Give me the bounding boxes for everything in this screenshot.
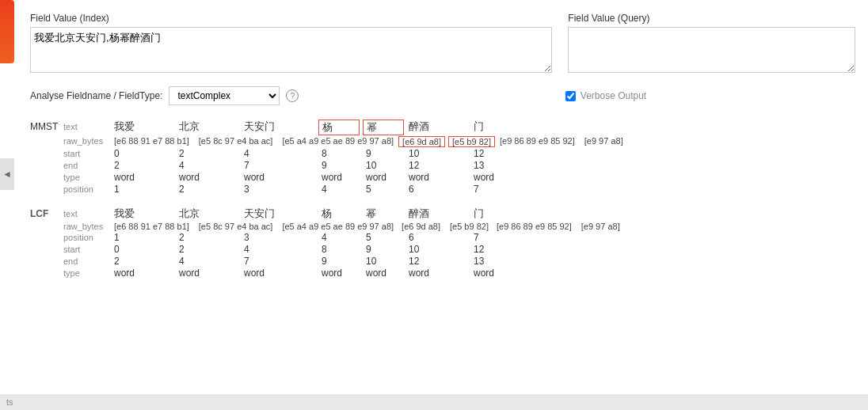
lcf-st-t6: 12 — [469, 244, 510, 255]
lcf-rawbytes-key: raw_bytes — [63, 222, 109, 231]
field-index-input[interactable]: 我爱北京天安门,杨幂醉酒门 — [30, 27, 552, 73]
mmst-e-t2: 7 — [239, 160, 318, 171]
mmst-p-t6: 7 — [469, 184, 510, 195]
mmst-end-key: end — [63, 161, 109, 170]
field-index-group: Field Value (Index) 我爱北京天安门,杨幂醉酒门 — [30, 13, 552, 75]
mmst-end-row: end 2 4 7 9 10 12 13 — [63, 160, 855, 171]
mmst-text-row: text 我爱 北京 天安门 杨 幂 醉酒 门 — [63, 120, 855, 135]
lcf-rb-t6: [e9 97 a8] — [577, 222, 625, 231]
lcf-position-row: position 1 2 3 4 5 6 7 — [63, 232, 855, 243]
mmst-position-key: position — [63, 184, 109, 194]
mmst-start-tokens: 0 2 4 8 9 10 12 — [109, 148, 510, 159]
field-query-input[interactable] — [568, 27, 855, 73]
mmst-s-t1: 2 — [174, 148, 239, 159]
lcf-position-key: position — [63, 233, 109, 242]
mmst-position-tokens: 1 2 3 4 5 6 7 — [109, 184, 510, 195]
lcf-st-t2: 4 — [239, 244, 318, 255]
lcf-fields: text 我爱 北京 天安门 杨 幂 醉酒 门 raw_bytes — [63, 207, 855, 279]
lcf-text-t1: 北京 — [174, 207, 239, 221]
bottom-bar-text: ts — [6, 397, 13, 407]
mmst-e-t4: 10 — [363, 160, 404, 171]
mmst-e-t6: 13 — [469, 160, 510, 171]
mmst-ty-t5: word — [404, 172, 469, 183]
mmst-ty-t3: word — [318, 172, 360, 183]
lcf-pos-t0: 1 — [109, 232, 174, 243]
lcf-ty-t4: word — [363, 268, 404, 279]
mmst-p-t0: 1 — [109, 184, 174, 195]
lcf-text-t0: 我爱 — [109, 207, 174, 221]
mmst-s-t5: 10 — [404, 148, 469, 159]
lcf-type-row: type word word word word word word word — [63, 268, 855, 279]
mmst-text-t1: 北京 — [174, 120, 239, 135]
lcf-text-key: text — [63, 209, 109, 218]
lcf-pos-t3: 4 — [318, 232, 360, 243]
analyse-select[interactable]: textComplex text keyword standard — [169, 86, 280, 105]
mmst-s-t3: 8 — [318, 148, 360, 159]
mmst-group: MMST text 我爱 北京 天安门 杨 幂 醉酒 门 — [30, 120, 855, 196]
mmst-s-t6: 12 — [469, 148, 510, 159]
lcf-rb-t1: [e5 8c 97 e4 ba ac] — [194, 222, 278, 231]
mmst-ty-t0: word — [109, 172, 174, 183]
mmst-text-t6: 门 — [469, 120, 510, 135]
lcf-pos-t5: 6 — [404, 232, 469, 243]
lcf-rb-t4: [e5 b9 82] — [447, 222, 492, 231]
verbose-checkbox[interactable] — [565, 91, 576, 101]
mmst-p-t5: 6 — [404, 184, 469, 195]
lcf-en-t5: 12 — [404, 256, 469, 267]
mmst-rb-t5: [e9 86 89 e9 85 92] — [495, 136, 580, 147]
mmst-fields: text 我爱 北京 天安门 杨 幂 醉酒 门 raw_bytes — [63, 120, 855, 196]
lcf-ty-t0: word — [109, 268, 174, 279]
lcf-text-t6: 门 — [469, 207, 510, 221]
lcf-st-t4: 9 — [363, 244, 404, 255]
mmst-rb-t2: [e5 a4 a9 e5 ae 89 e9 97 a8] — [277, 136, 398, 147]
mmst-rawbytes-key: raw_bytes — [63, 136, 109, 146]
lcf-st-t0: 0 — [109, 244, 174, 255]
mmst-rb-t0: [e6 88 91 e7 88 b1] — [109, 136, 194, 147]
mmst-start-row: start 0 2 4 8 9 10 12 — [63, 148, 855, 159]
mmst-p-t4: 5 — [363, 184, 404, 195]
lcf-group: LCF text 我爱 北京 天安门 杨 幂 醉酒 门 — [30, 207, 855, 279]
lcf-en-t6: 13 — [469, 256, 510, 267]
mmst-rb-t6: [e9 97 a8] — [580, 136, 628, 147]
lcf-rb-t5: [e9 86 89 e9 85 92] — [492, 222, 577, 231]
field-query-label: Field Value (Query) — [568, 13, 855, 24]
lcf-en-t4: 10 — [363, 256, 404, 267]
lcf-ty-t3: word — [318, 268, 360, 279]
lcf-st-t1: 2 — [174, 244, 239, 255]
mmst-e-t3: 9 — [318, 160, 360, 171]
analyse-row: Analyse Fieldname / FieldType: textCompl… — [30, 86, 855, 105]
mmst-text-key: text — [63, 122, 109, 131]
lcf-ty-t1: word — [174, 268, 239, 279]
mmst-rb-t4: [e5 b9 82] — [448, 136, 495, 147]
field-index-label: Field Value (Index) — [30, 13, 552, 24]
left-arrow-icon[interactable]: ◄ — [2, 169, 12, 180]
lcf-pos-t4: 5 — [363, 232, 404, 243]
lcf-start-row: start 0 2 4 8 9 10 12 — [63, 244, 855, 255]
mmst-type-key: type — [63, 173, 109, 182]
mmst-label: MMST — [30, 120, 63, 196]
mmst-text-t5: 醉酒 — [404, 120, 469, 135]
lcf-text-t3: 杨 — [318, 207, 360, 221]
lcf-st-t3: 8 — [318, 244, 360, 255]
help-icon[interactable]: ? — [286, 89, 299, 102]
mmst-p-t1: 2 — [174, 184, 239, 195]
lcf-rb-t3: [e6 9d a8] — [398, 222, 444, 231]
lcf-pos-t6: 7 — [469, 232, 510, 243]
mmst-end-tokens: 2 4 7 9 10 12 13 — [109, 160, 510, 171]
main-container: ◄ Field Value (Index) 我爱北京天安门,杨幂醉酒门 Fiel… — [0, 0, 868, 410]
lcf-rawbytes-tokens: [e6 88 91 e7 88 b1] [e5 8c 97 e4 ba ac] … — [109, 222, 625, 231]
mmst-s-t0: 0 — [109, 148, 174, 159]
lcf-position-tokens: 1 2 3 4 5 6 7 — [109, 232, 510, 243]
mmst-s-t4: 9 — [363, 148, 404, 159]
lcf-text-t2: 天安门 — [239, 207, 318, 221]
mmst-position-row: position 1 2 3 4 5 6 7 — [63, 184, 855, 195]
field-query-group: Field Value (Query) — [568, 13, 855, 75]
mmst-ty-t6: word — [469, 172, 510, 183]
lcf-end-tokens: 2 4 7 9 10 12 13 — [109, 256, 510, 267]
lcf-pos-t1: 2 — [174, 232, 239, 243]
mmst-text-t2: 天安门 — [239, 120, 318, 135]
mmst-type-tokens: word word word word word word word — [109, 172, 510, 183]
mmst-e-t0: 2 — [109, 160, 174, 171]
logo — [0, 0, 14, 63]
lcf-type-key: type — [63, 268, 109, 278]
